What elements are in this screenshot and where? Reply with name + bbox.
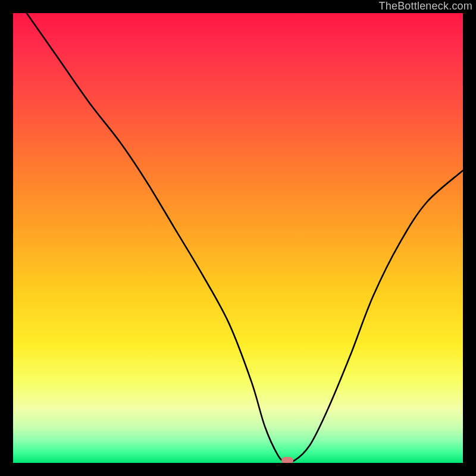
watermark-label: TheBottleneck.com: [379, 0, 472, 12]
chart-frame: TheBottleneck.com: [0, 0, 476, 476]
plot-area: [13, 13, 463, 463]
bottleneck-curve: [13, 13, 463, 463]
optimal-marker: [281, 457, 293, 463]
